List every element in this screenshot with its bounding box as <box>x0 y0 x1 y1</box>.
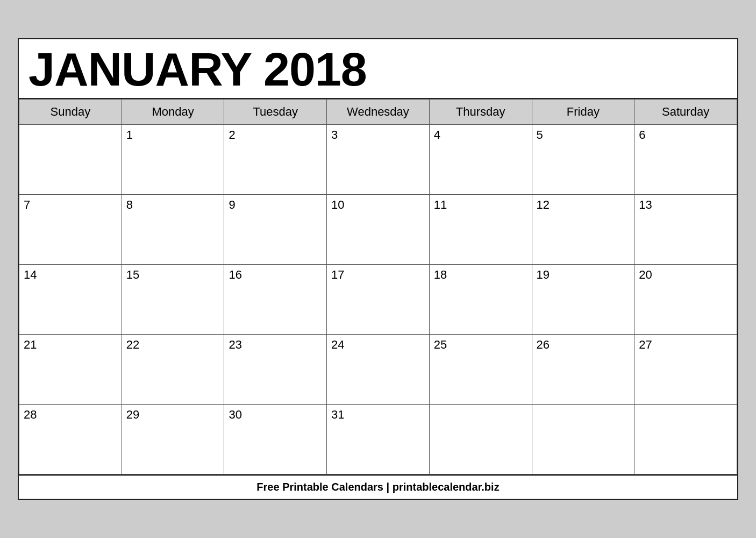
day-number: 31 <box>331 408 425 422</box>
calendar-cell: 5 <box>532 124 634 194</box>
weekday-header-tuesday: Tuesday <box>224 99 327 124</box>
day-number: 21 <box>24 338 117 352</box>
weekday-header-friday: Friday <box>532 99 634 124</box>
calendar-cell: 23 <box>224 334 327 404</box>
calendar-cell: 21 <box>19 334 122 404</box>
weekday-header-monday: Monday <box>122 99 224 124</box>
day-number: 12 <box>537 198 630 212</box>
calendar: JANUARY 2018 SundayMondayTuesdayWednesda… <box>18 38 738 499</box>
calendar-cell: 19 <box>532 264 634 334</box>
day-number: 25 <box>434 338 527 352</box>
calendar-cell: 4 <box>429 124 532 194</box>
day-number: 26 <box>537 338 630 352</box>
calendar-cell: 28 <box>19 404 122 474</box>
calendar-cell: 17 <box>327 264 430 334</box>
calendar-cell <box>634 404 737 474</box>
calendar-cell: 25 <box>429 334 532 404</box>
day-number: 9 <box>229 198 322 212</box>
calendar-footer: Free Printable Calendars | printablecale… <box>19 475 737 499</box>
calendar-cell: 30 <box>224 404 327 474</box>
day-number: 3 <box>331 128 425 142</box>
day-number: 6 <box>639 128 732 142</box>
calendar-cell: 31 <box>327 404 430 474</box>
weekday-header-sunday: Sunday <box>19 99 122 124</box>
day-number: 22 <box>126 338 220 352</box>
day-number: 16 <box>229 268 322 282</box>
calendar-title: JANUARY 2018 <box>19 39 737 98</box>
calendar-cell: 15 <box>122 264 224 334</box>
weekday-header-thursday: Thursday <box>429 99 532 124</box>
day-number: 10 <box>331 198 425 212</box>
day-number: 19 <box>537 268 630 282</box>
calendar-cell <box>19 124 122 194</box>
calendar-cell: 7 <box>19 194 122 264</box>
calendar-body: 1234567891011121314151617181920212223242… <box>19 124 737 474</box>
calendar-cell: 1 <box>122 124 224 194</box>
calendar-cell: 20 <box>634 264 737 334</box>
week-row-3: 21222324252627 <box>19 334 737 404</box>
calendar-cell: 10 <box>327 194 430 264</box>
calendar-cell: 8 <box>122 194 224 264</box>
calendar-cell: 11 <box>429 194 532 264</box>
calendar-cell: 22 <box>122 334 224 404</box>
week-row-1: 78910111213 <box>19 194 737 264</box>
day-number: 13 <box>639 198 732 212</box>
calendar-cell: 13 <box>634 194 737 264</box>
day-number: 8 <box>126 198 220 212</box>
calendar-cell: 18 <box>429 264 532 334</box>
week-row-4: 28293031 <box>19 404 737 474</box>
calendar-cell: 24 <box>327 334 430 404</box>
day-number: 5 <box>537 128 630 142</box>
calendar-cell: 12 <box>532 194 634 264</box>
day-number: 14 <box>24 268 117 282</box>
day-number: 15 <box>126 268 220 282</box>
weekday-header-row: SundayMondayTuesdayWednesdayThursdayFrid… <box>19 99 737 124</box>
calendar-cell: 27 <box>634 334 737 404</box>
calendar-cell: 9 <box>224 194 327 264</box>
calendar-cell <box>532 404 634 474</box>
day-number: 11 <box>434 198 527 212</box>
weekday-header-saturday: Saturday <box>634 99 737 124</box>
day-number: 29 <box>126 408 220 422</box>
calendar-cell: 26 <box>532 334 634 404</box>
week-row-0: 123456 <box>19 124 737 194</box>
day-number: 4 <box>434 128 527 142</box>
day-number: 28 <box>24 408 117 422</box>
calendar-cell: 16 <box>224 264 327 334</box>
day-number: 17 <box>331 268 425 282</box>
day-number: 18 <box>434 268 527 282</box>
calendar-cell: 2 <box>224 124 327 194</box>
day-number: 7 <box>24 198 117 212</box>
calendar-cell: 6 <box>634 124 737 194</box>
calendar-cell: 3 <box>327 124 430 194</box>
day-number: 2 <box>229 128 322 142</box>
day-number: 23 <box>229 338 322 352</box>
calendar-cell <box>429 404 532 474</box>
calendar-cell: 14 <box>19 264 122 334</box>
day-number: 27 <box>639 338 732 352</box>
day-number: 1 <box>126 128 220 142</box>
week-row-2: 14151617181920 <box>19 264 737 334</box>
weekday-header-wednesday: Wednesday <box>327 99 430 124</box>
calendar-cell: 29 <box>122 404 224 474</box>
calendar-grid: SundayMondayTuesdayWednesdayThursdayFrid… <box>19 99 737 475</box>
day-number: 20 <box>639 268 732 282</box>
day-number: 24 <box>331 338 425 352</box>
day-number: 30 <box>229 408 322 422</box>
